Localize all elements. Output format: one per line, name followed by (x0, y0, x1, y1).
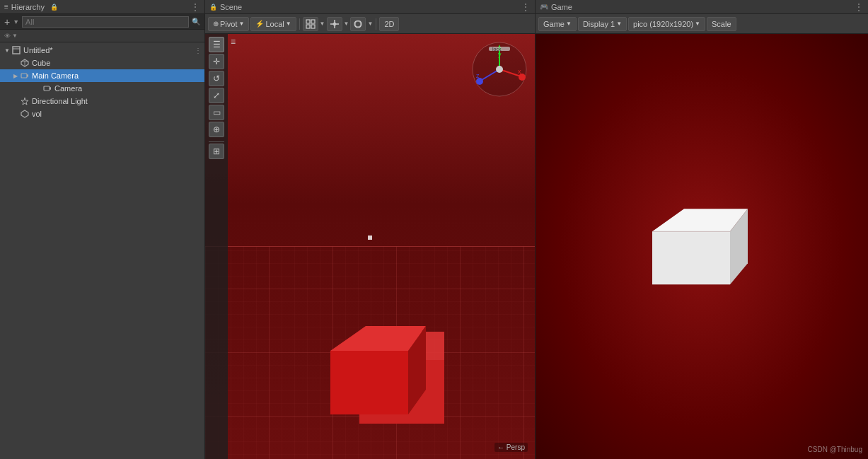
eye-icon[interactable]: 👁 (4, 33, 11, 40)
display-button[interactable]: Display 1 ▼ (578, 17, 627, 31)
vol-label: vol (32, 110, 42, 118)
scene-gizmo: y x z lo (471, 41, 528, 98)
hierarchy-collapse-icon[interactable]: ≡ (4, 3, 8, 11)
display-arrow: ▼ (616, 21, 622, 27)
search-icon[interactable]: 🔍 (192, 18, 200, 25)
svg-marker-10 (21, 110, 28, 117)
cube-label: Cube (32, 59, 50, 67)
svg-marker-25 (330, 351, 408, 414)
local-label: Local (265, 20, 284, 28)
game-mode-arrow: ▼ (566, 21, 572, 27)
hand-tool-button[interactable]: ☰ (209, 37, 224, 52)
tree-item-main-camera[interactable]: ▶ Main Camera (0, 69, 204, 82)
move-tool-button[interactable]: ✛ (209, 54, 224, 69)
hierarchy-tree: ▼ Untitled* ⋮ Cube (0, 42, 204, 459)
tree-item-directional-light[interactable]: Directional Light (0, 95, 204, 108)
svg-text:y: y (498, 51, 502, 58)
main-camera-label: Main Camera (32, 71, 79, 80)
scene-icon (11, 45, 21, 55)
resolution-button[interactable]: pico (1920x1920) ▼ (628, 17, 705, 31)
transform-tool-button[interactable]: ⊕ (209, 122, 224, 137)
pivot-label: Pivot (220, 20, 237, 28)
tree-item-untitled[interactable]: ▼ Untitled* ⋮ (0, 44, 204, 57)
grid-snap-arrow[interactable]: ▼ (320, 21, 325, 27)
scene-lock-icon[interactable]: 🔒 (209, 4, 217, 11)
camera-icon (20, 71, 30, 81)
camera-label: Camera (54, 84, 82, 93)
scale-tool-button[interactable]: ⤢ (209, 88, 224, 103)
game-white-cube (631, 161, 772, 304)
scale-button[interactable]: Scale (707, 17, 736, 31)
layers-button[interactable]: ⊞ (209, 144, 224, 159)
arrow-dlight (11, 97, 20, 105)
svg-rect-7 (44, 86, 50, 91)
snap-arrow[interactable]: ▼ (344, 21, 349, 27)
svg-rect-14 (311, 25, 315, 28)
arrow-untitled: ▼ (3, 46, 11, 54)
main-layout: ≡ Hierarchy 🔒 ⋮ + ▼ 🔍 👁 ▼ ▼ Untitl (0, 0, 868, 459)
tool-separator (209, 141, 224, 142)
local-icon: ⚡ (255, 20, 264, 28)
svg-point-18 (354, 21, 361, 28)
render-mode-button[interactable] (350, 17, 366, 31)
svg-rect-5 (21, 74, 27, 78)
scene-viewport[interactable]: ☰ ✛ ↺ ⤢ ▭ ⊕ ⊞ (205, 34, 535, 459)
eye-arrow[interactable]: ▼ (12, 33, 18, 39)
local-button[interactable]: ⚡ Local ▼ (250, 17, 296, 31)
scene-hamburger[interactable]: ≡ (231, 37, 236, 47)
svg-rect-0 (13, 47, 20, 54)
toolbar-sep-2 (376, 18, 376, 30)
editor-panels: 🔒 Scene ⋮ ⊕ Pivot ▼ ⚡ Local ▼ (205, 0, 868, 459)
scene-more-icon[interactable]: ⋮ (521, 1, 531, 13)
resolution-label: pico (1920x1920) (633, 20, 693, 28)
arrow-cube (11, 59, 20, 67)
scene-title: Scene (220, 3, 242, 11)
game-mode-button[interactable]: Game ▼ (538, 17, 577, 31)
game-viewport: CSDN @Thinbug (536, 34, 868, 459)
selection-center (368, 236, 372, 240)
search-input[interactable] (22, 16, 189, 28)
csdn-watermark: CSDN @Thinbug (808, 446, 862, 453)
svg-rect-12 (311, 20, 315, 23)
snap-button[interactable] (327, 17, 342, 31)
rotate-tool-button[interactable]: ↺ (209, 71, 224, 86)
svg-text:z: z (476, 72, 480, 79)
arrow-vol (11, 110, 20, 118)
render-mode-arrow[interactable]: ▼ (367, 21, 373, 27)
hierarchy-title: Hierarchy (11, 3, 45, 11)
grid-snap-button[interactable] (303, 17, 318, 31)
persp-label: ← Persp (494, 443, 528, 452)
tree-item-vol[interactable]: vol (0, 108, 204, 120)
svg-marker-41 (652, 231, 730, 284)
svg-marker-9 (21, 98, 28, 105)
svg-rect-11 (306, 20, 310, 23)
scene-panel: 🔒 Scene ⋮ ⊕ Pivot ▼ ⚡ Local ▼ (205, 0, 536, 459)
rect-tool-button[interactable]: ▭ (209, 105, 224, 120)
game-mode-label: Game (543, 20, 565, 28)
hierarchy-lock-icon[interactable]: 🔒 (50, 4, 58, 11)
display-label: Display 1 (583, 20, 615, 28)
directional-light-label: Directional Light (32, 97, 88, 105)
hierarchy-header: ≡ Hierarchy 🔒 ⋮ (0, 0, 204, 14)
hierarchy-more-icon[interactable]: ⋮ (190, 1, 200, 13)
game-title: Game (551, 3, 572, 11)
vol-icon (20, 109, 30, 119)
pivot-arrow: ▼ (238, 21, 244, 27)
directional-light-icon (20, 96, 30, 106)
untitled-menu[interactable]: ⋮ (195, 47, 202, 54)
tree-item-camera[interactable]: Camera (0, 82, 204, 95)
camera-small-icon (42, 83, 52, 93)
svg-text:lock: lock (492, 47, 502, 52)
panels-row: 🔒 Scene ⋮ ⊕ Pivot ▼ ⚡ Local ▼ (205, 0, 868, 459)
dropdown-icon[interactable]: ▼ (13, 18, 19, 25)
tree-item-cube[interactable]: Cube (0, 57, 204, 69)
scene-3d-cube (316, 280, 444, 424)
arrow-main-camera: ▶ (11, 71, 20, 80)
2d-button[interactable]: 2D (379, 17, 399, 31)
game-more-icon[interactable]: ⋮ (854, 1, 864, 13)
add-icon[interactable]: + (4, 16, 10, 28)
pivot-button[interactable]: ⊕ Pivot ▼ (208, 17, 249, 31)
scale-label: Scale (712, 20, 731, 28)
svg-rect-13 (306, 25, 310, 28)
game-header: 🎮 Game ⋮ (536, 0, 868, 14)
